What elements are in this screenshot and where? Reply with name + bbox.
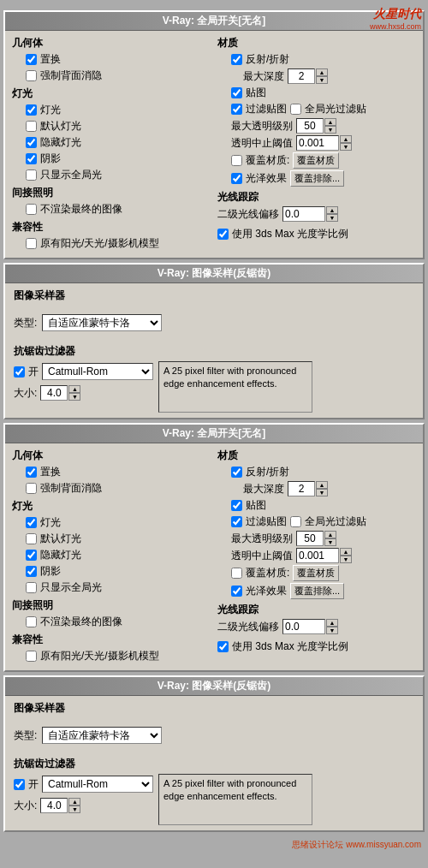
p3-ray-secondary-input[interactable] (282, 619, 325, 634)
geom-replace-checkbox[interactable] (26, 54, 37, 65)
p3-mat-transp-down[interactable]: ▼ (340, 556, 352, 563)
mat-filter-checkbox[interactable] (231, 104, 242, 115)
mat-maxdepth-label: 最大深度 (243, 69, 284, 84)
p3-light-default-checkbox[interactable] (26, 533, 37, 544)
p3-mat-maxdepth-label: 最大深度 (243, 482, 284, 496)
p4-size-up[interactable]: ▲ (68, 798, 80, 806)
p3-mat-glossy-checkbox[interactable] (231, 586, 242, 597)
p3-mat-reflect-checkbox[interactable] (231, 467, 242, 478)
mat-reflect-checkbox[interactable] (231, 54, 242, 65)
indirect-noburn-row: 不渲染最终的图像 (26, 202, 211, 217)
mat-glossy-button[interactable]: 覆盖排除... (290, 170, 344, 187)
p4-sampler-title: 图像采样器 (14, 701, 414, 716)
mat-glossy-checkbox[interactable] (231, 173, 242, 184)
compat-sun-checkbox[interactable] (26, 238, 37, 249)
p3-light-default-row: 默认灯光 (26, 532, 211, 546)
p3-ray-secondary-row: 二级光线偏移 ▲ ▼ (217, 619, 416, 634)
ray-secondary-up[interactable]: ▲ (326, 206, 338, 214)
p3-compat-3dsmax-checkbox[interactable] (217, 641, 229, 652)
mat-maxdepth-down[interactable]: ▼ (316, 76, 328, 84)
p3-mat-maxlevel-row: 最大透明级别 ▲ ▼ (231, 531, 416, 546)
p3-mat-maxlevel-down[interactable]: ▼ (324, 538, 336, 546)
p3-mat-maxdepth-up[interactable]: ▲ (316, 481, 328, 489)
compat-3dsmax-checkbox[interactable] (217, 229, 229, 240)
p3-mat-transp-input[interactable] (296, 548, 339, 563)
light-shadows-checkbox[interactable] (26, 153, 37, 164)
mat-transp-down[interactable]: ▼ (340, 143, 352, 151)
antialias-on-row: 开 Box Area Triangle Catmull-Rom Cook Var… (14, 363, 153, 380)
size-up[interactable]: ▲ (68, 385, 80, 393)
p3-mat-maxlevel-input[interactable] (296, 531, 324, 546)
p3-mat-maxdepth-input[interactable] (288, 481, 315, 496)
sampler-type-select[interactable]: 固定比率 自适应准蒙特卡洛 自适应细分 (42, 314, 162, 331)
panel3-title: V-Ray: 全局开关[无名] (5, 425, 423, 443)
mat-maxlevel-up[interactable]: ▲ (324, 118, 336, 126)
mat-maxdepth-input[interactable] (288, 68, 315, 84)
mat-maxdepth-up[interactable]: ▲ (316, 68, 328, 76)
light-lights-checkbox[interactable] (26, 104, 37, 116)
p3-geom-backface-checkbox[interactable] (26, 483, 37, 494)
indirect-noburn-checkbox[interactable] (26, 204, 37, 215)
p3-light-lights-checkbox[interactable] (26, 517, 37, 528)
ray-secondary-down[interactable]: ▼ (326, 214, 338, 222)
mat-maxlevel-down[interactable]: ▼ (324, 126, 336, 134)
p3-geom-replace-checkbox[interactable] (26, 467, 37, 478)
antialias-filter-select[interactable]: Box Area Triangle Catmull-Rom Cook Varia… (42, 363, 153, 380)
ray-secondary-row: 二级光线偏移 ▲ ▼ (217, 206, 416, 222)
p3-mat-glossy-button[interactable]: 覆盖排除... (290, 583, 344, 599)
mat-transp-input[interactable] (296, 135, 339, 151)
p3-mat-override-checkbox[interactable] (231, 568, 242, 579)
p3-mat-override-button[interactable]: 覆盖材质 (293, 565, 339, 581)
p3-light-title: 灯光 (12, 499, 211, 514)
p3-mat-filter-checkbox[interactable] (231, 516, 242, 527)
p3-ray-secondary-up[interactable]: ▲ (326, 619, 338, 627)
light-global-checkbox[interactable] (26, 169, 37, 181)
mat-maps-checkbox[interactable] (231, 87, 242, 98)
mat-globalfilter-checkbox[interactable] (290, 104, 301, 115)
light-hidden-row: 隐藏灯光 (26, 135, 211, 150)
p3-light-global-checkbox[interactable] (26, 582, 37, 593)
light-lights-label: 灯光 (40, 103, 61, 117)
p3-mat-maps-checkbox[interactable] (231, 500, 242, 511)
antialias-title: 抗锯齿过滤器 (14, 344, 414, 359)
mat-override-button[interactable]: 覆盖材质 (293, 152, 339, 169)
geom-backface-checkbox[interactable] (26, 70, 37, 81)
p3-light-hidden-label: 隐藏灯光 (40, 548, 81, 562)
size-input[interactable] (40, 385, 68, 401)
p3-light-global-row: 只显示全局光 (26, 580, 211, 595)
p4-size-arrows: ▲ ▼ (68, 798, 80, 813)
mat-transp-label: 透明中止阈值 (231, 136, 293, 151)
size-down[interactable]: ▼ (68, 393, 80, 401)
p3-compat-sun-label: 原有阳光/天光/摄影机模型 (40, 649, 159, 663)
p4-antialias-on-label: 开 (28, 777, 39, 792)
ray-secondary-input[interactable] (282, 206, 325, 222)
light-default-checkbox[interactable] (26, 121, 37, 132)
p3-ray-secondary-down[interactable]: ▼ (326, 627, 338, 634)
p3-light-shadows-checkbox[interactable] (26, 566, 37, 577)
p3-light-shadows-row: 阴影 (26, 564, 211, 579)
p3-mat-maxdepth-row: 最大深度 ▲ ▼ (243, 481, 416, 496)
p3-light-hidden-checkbox[interactable] (26, 550, 37, 561)
light-default-row: 默认灯光 (26, 119, 211, 134)
p3-indirect-noburn-checkbox[interactable] (26, 616, 37, 627)
p4-sampler-type-row: 类型: 固定比率 自适应准蒙特卡洛 自适应细分 (14, 727, 414, 744)
p3-mat-globalfilter-checkbox[interactable] (290, 516, 301, 527)
p4-size-input[interactable] (40, 798, 68, 813)
light-hidden-checkbox[interactable] (26, 137, 37, 148)
p4-sampler-type-select[interactable]: 固定比率 自适应准蒙特卡洛 自适应细分 (42, 727, 162, 744)
mat-override-checkbox[interactable] (231, 155, 242, 166)
antialias-on-checkbox[interactable] (14, 366, 25, 378)
page-wrapper: 火星时代 www.hxsd.com V-Ray: 全局开关[无名] 几何体 置换… (0, 0, 428, 868)
p4-antialias-filter-select[interactable]: Box Area Triangle Catmull-Rom (42, 776, 153, 793)
p4-size-down[interactable]: ▼ (68, 806, 80, 813)
mat-maxlevel-input[interactable] (296, 118, 324, 134)
p3-mat-maxlevel-up[interactable]: ▲ (324, 531, 336, 538)
p4-antialias-section: 抗锯齿过滤器 开 Box Area Triangle Catmull-Rom (14, 757, 414, 825)
p3-mat-maxdepth-down[interactable]: ▼ (316, 489, 328, 496)
p3-mat-transp-up[interactable]: ▲ (340, 548, 352, 556)
mat-transp-up[interactable]: ▲ (340, 135, 352, 143)
antialias-section: 抗锯齿过滤器 开 Box Area Triangle Catmull-Rom C… (14, 344, 414, 413)
ray-section-title: 光线跟踪 (217, 190, 416, 205)
p4-antialias-on-checkbox[interactable] (14, 779, 25, 790)
p3-compat-sun-checkbox[interactable] (26, 651, 37, 662)
